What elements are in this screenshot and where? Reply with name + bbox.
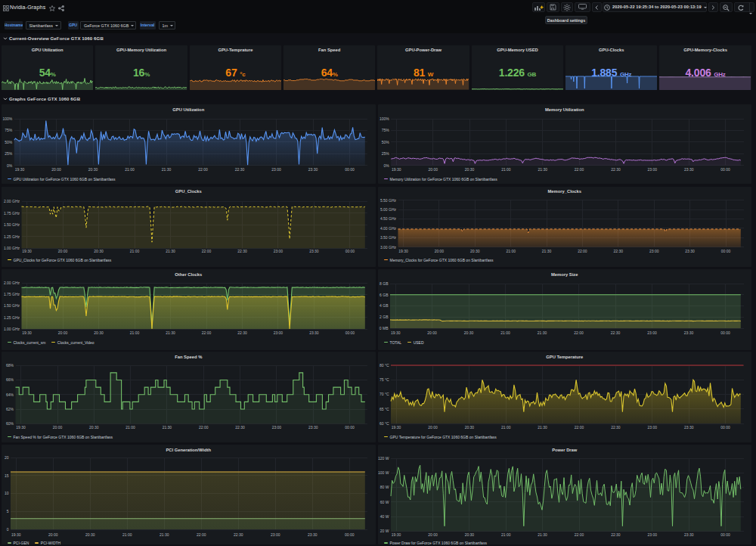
svg-text:4.00 GHz: 4.00 GHz — [380, 225, 397, 230]
svg-text:20:30: 20:30 — [465, 167, 475, 172]
svg-text:22:30: 22:30 — [614, 248, 624, 253]
svg-text:20:00: 20:00 — [48, 532, 58, 537]
svg-text:100%: 100% — [3, 116, 13, 121]
svg-text:0: 0 — [7, 527, 9, 532]
svg-text:4.50 GHz: 4.50 GHz — [380, 216, 397, 221]
svg-text:23:00: 23:00 — [271, 167, 281, 172]
svg-text:25%: 25% — [5, 151, 13, 156]
svg-text:8 GB: 8 GB — [380, 281, 389, 286]
svg-text:60 °C: 60 °C — [380, 421, 389, 426]
svg-text:23:00: 23:00 — [648, 167, 658, 172]
svg-text:00:00: 00:00 — [345, 425, 355, 430]
svg-text:20:00: 20:00 — [428, 167, 438, 172]
svg-text:60%: 60% — [6, 421, 14, 426]
svg-text:23:00: 23:00 — [648, 425, 658, 430]
svg-text:3.00 GHz: 3.00 GHz — [380, 244, 397, 249]
svg-text:0 MB: 0 MB — [380, 326, 389, 330]
svg-text:20:30: 20:30 — [85, 532, 95, 537]
svg-text:23:30: 23:30 — [684, 167, 694, 172]
svg-text:1.50 GHz: 1.50 GHz — [4, 222, 20, 227]
svg-text:22:30: 22:30 — [235, 167, 245, 172]
svg-text:40 W: 40 W — [380, 514, 389, 519]
svg-text:2 GB: 2 GB — [380, 315, 389, 319]
svg-text:75 °C: 75 °C — [380, 377, 389, 382]
svg-text:20:30: 20:30 — [465, 425, 475, 430]
svg-text:15: 15 — [5, 473, 9, 478]
svg-text:00:00: 00:00 — [345, 248, 355, 253]
svg-text:21:30: 21:30 — [538, 167, 548, 172]
svg-text:6 GB: 6 GB — [380, 293, 389, 297]
svg-text:20:30: 20:30 — [88, 167, 98, 172]
svg-text:19:30: 19:30 — [16, 425, 26, 430]
svg-text:21:30: 21:30 — [542, 248, 552, 253]
svg-text:20:30: 20:30 — [470, 248, 480, 253]
svg-text:21:00: 21:00 — [500, 330, 510, 335]
svg-text:22:00: 22:00 — [575, 532, 584, 537]
svg-text:22:30: 22:30 — [235, 425, 245, 430]
svg-text:21:30: 21:30 — [166, 248, 175, 253]
svg-text:100 W: 100 W — [378, 470, 389, 475]
svg-text:19:30: 19:30 — [392, 167, 401, 172]
svg-text:21:30: 21:30 — [538, 425, 547, 430]
svg-text:50%: 50% — [5, 140, 13, 144]
svg-text:22:00: 22:00 — [197, 532, 206, 537]
svg-text:23:00: 23:00 — [274, 248, 284, 253]
svg-text:23:30: 23:30 — [309, 248, 319, 253]
svg-text:65 °C: 65 °C — [380, 407, 389, 411]
svg-text:19:30: 19:30 — [22, 330, 32, 335]
svg-text:22:00: 22:00 — [199, 425, 209, 430]
svg-text:21:30: 21:30 — [162, 167, 172, 172]
svg-text:2.00 GHz: 2.00 GHz — [4, 199, 20, 203]
svg-text:80 W: 80 W — [380, 485, 389, 489]
svg-text:62%: 62% — [6, 407, 14, 411]
svg-text:19:30: 19:30 — [392, 425, 401, 430]
svg-text:5: 5 — [7, 509, 9, 513]
svg-text:21:00: 21:00 — [501, 532, 511, 537]
svg-text:60 W: 60 W — [380, 500, 389, 504]
svg-text:20:00: 20:00 — [51, 167, 61, 172]
svg-text:20: 20 — [5, 455, 9, 460]
svg-text:3.50 GHz: 3.50 GHz — [380, 235, 397, 240]
svg-text:1.75 GHz: 1.75 GHz — [4, 292, 20, 296]
svg-text:19:30: 19:30 — [391, 330, 401, 335]
svg-text:22:00: 22:00 — [578, 248, 587, 253]
svg-text:22:00: 22:00 — [198, 167, 208, 172]
svg-text:0%: 0% — [7, 163, 13, 168]
svg-text:4 GB: 4 GB — [380, 303, 389, 308]
svg-text:22:30: 22:30 — [611, 532, 621, 537]
svg-text:22:00: 22:00 — [202, 248, 212, 253]
svg-text:23:00: 23:00 — [648, 532, 658, 537]
svg-text:23:00: 23:00 — [649, 248, 659, 253]
svg-text:00:00: 00:00 — [721, 248, 731, 253]
svg-text:19:30: 19:30 — [392, 532, 401, 537]
svg-text:20:00: 20:00 — [428, 425, 438, 430]
svg-text:20:00: 20:00 — [58, 248, 68, 253]
svg-text:22:30: 22:30 — [611, 167, 621, 172]
svg-text:1.50 GHz: 1.50 GHz — [4, 303, 20, 308]
svg-text:00:00: 00:00 — [720, 167, 730, 172]
svg-text:21:00: 21:00 — [122, 532, 132, 537]
svg-text:20:00: 20:00 — [53, 425, 63, 430]
svg-text:0%: 0% — [383, 163, 389, 168]
svg-text:20:30: 20:30 — [94, 248, 104, 253]
svg-text:23:30: 23:30 — [684, 330, 694, 335]
svg-text:21:00: 21:00 — [501, 425, 511, 430]
svg-text:1.00 GHz: 1.00 GHz — [4, 327, 20, 331]
svg-text:21:30: 21:30 — [163, 425, 172, 430]
svg-text:20 W: 20 W — [380, 529, 389, 533]
svg-text:1.75 GHz: 1.75 GHz — [4, 210, 20, 215]
svg-text:120 W: 120 W — [378, 456, 389, 461]
svg-text:21:00: 21:00 — [501, 167, 511, 172]
svg-text:1.25 GHz: 1.25 GHz — [4, 234, 20, 238]
svg-text:20:00: 20:00 — [435, 248, 445, 253]
svg-text:5.50 GHz: 5.50 GHz — [380, 197, 397, 202]
svg-text:2.00 GHz: 2.00 GHz — [4, 281, 20, 285]
svg-text:20:30: 20:30 — [464, 330, 474, 335]
svg-text:19:30: 19:30 — [398, 248, 408, 253]
svg-text:64%: 64% — [6, 392, 14, 397]
svg-text:21:00: 21:00 — [506, 248, 516, 253]
svg-text:21:00: 21:00 — [125, 425, 135, 430]
svg-text:19:30: 19:30 — [22, 248, 32, 253]
svg-text:20:30: 20:30 — [94, 330, 104, 335]
svg-text:22:30: 22:30 — [234, 532, 243, 537]
